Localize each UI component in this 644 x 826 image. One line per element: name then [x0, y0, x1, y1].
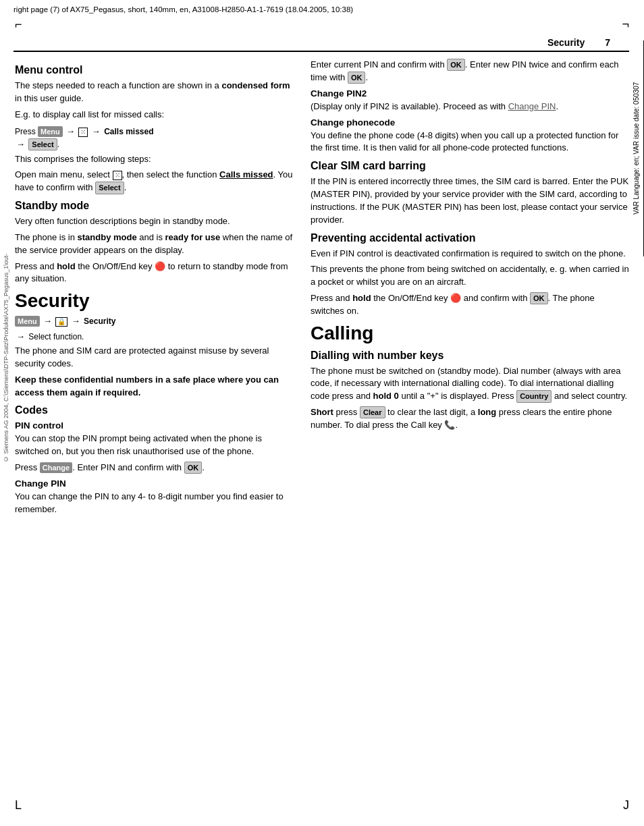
- page-number: 7: [605, 37, 610, 48]
- dialling-heading: Dialling with number keys: [311, 350, 629, 362]
- dialling-para1: The phone must be switched on (standby m…: [311, 365, 629, 404]
- menu-control-para2: E.g. to display call list for missed cal…: [15, 109, 298, 121]
- side-right-text: VAR Language: en; VAR issue date: 050307: [633, 82, 640, 215]
- change-key: Change: [40, 462, 72, 473]
- menu-control-para1: The steps needed to reach a function are…: [15, 80, 298, 105]
- top-corner-marks: ⌐ ¬: [0, 16, 644, 33]
- page-wrapper: right page (7) of AX75_Pegasus, short, 1…: [0, 0, 644, 826]
- change-pin-cont: Enter current PIN and confirm with OK. E…: [311, 59, 629, 84]
- change-pin2-para1: (Display only if PIN2 is available). Pro…: [311, 101, 629, 113]
- change-pin-para1: You can change the PIN to any 4- to 8-di…: [15, 491, 298, 516]
- bottom-marks: L J: [15, 798, 629, 813]
- change-phonecode-para1: You define the phone code (4-8 digits) w…: [311, 130, 629, 155]
- menu-key: Menu: [38, 126, 63, 137]
- menu-control-para3: This comprises the following steps:: [15, 153, 298, 166]
- dialling-para2: Short press Clear to clear the last digi…: [311, 406, 629, 432]
- side-vertical-right: VAR Language: en; VAR issue date: 050307: [629, 40, 644, 256]
- column-right: Enter current PIN and confirm with OK. E…: [311, 59, 629, 520]
- codes-heading: Codes: [15, 404, 298, 416]
- menu-control-nav: Press Menu → ⁙ → Calls missed → Select.: [15, 125, 298, 151]
- ok-key-pin: OK: [184, 462, 203, 474]
- clear-sim-heading: Clear SIM card barring: [311, 160, 629, 172]
- nav-grid-icon2: ⁙: [113, 171, 122, 180]
- preventing-heading: Preventing accidental activation: [311, 232, 629, 244]
- end-key-icon: 🔴: [155, 260, 165, 273]
- standby-para3: Press and hold the On/Off/End key 🔴 to r…: [15, 260, 298, 286]
- top-metadata: right page (7) of AX75_Pegasus, short, 1…: [0, 0, 644, 16]
- clear-sim-para1: If the PIN is entered incorrectly three …: [311, 175, 629, 226]
- security-heading: Security: [15, 291, 298, 312]
- standby-para2: The phone is in standby mode and is read…: [15, 231, 298, 257]
- bottom-left-mark: L: [15, 798, 22, 813]
- pin-control-para2: Press Change. Enter PIN and confirm with…: [15, 462, 298, 474]
- call-key-icon: 📞: [444, 420, 455, 430]
- pin-control-para1: You can stop the PIN prompt being activa…: [15, 433, 298, 458]
- copyright-text: © Siemens AG 2004, C:\Siemens\DTP-Satz\P…: [3, 253, 9, 462]
- preventing-para2: This prevents the phone from being switc…: [311, 263, 629, 289]
- country-key: Country: [516, 390, 552, 402]
- clear-key: Clear: [360, 406, 385, 418]
- pin-control-heading: PIN control: [15, 420, 298, 431]
- bottom-right-mark: J: [623, 798, 629, 813]
- change-pin2-heading: Change PIN2: [311, 88, 629, 99]
- select-key-nav: Select: [28, 138, 57, 150]
- security-nav: Menu → 🔒 → Security: [15, 314, 298, 328]
- ok-key-1: OK: [447, 59, 465, 71]
- security-nav-icon: 🔒: [55, 317, 68, 327]
- preventing-para1: Even if PIN control is deactivated confi…: [311, 248, 629, 260]
- header-title: Security: [547, 37, 585, 48]
- standby-mode-heading: Standby mode: [15, 200, 298, 212]
- security-para1: The phone and SIM card are protected aga…: [15, 345, 298, 370]
- nav-grid-icon: ⁙: [78, 128, 88, 137]
- top-right-mark: ¬: [622, 18, 629, 32]
- change-phonecode-heading: Change phonecode: [311, 117, 629, 128]
- page-header: Security 7: [14, 33, 630, 52]
- select-key-confirm: Select: [95, 182, 124, 194]
- menu-control-heading: Menu control: [15, 64, 298, 76]
- menu-key2: Menu: [15, 316, 40, 327]
- content-area: Menu control The steps needed to reach a…: [0, 52, 644, 526]
- security-warning: Keep these confidential numbers in a saf…: [15, 374, 298, 400]
- security-nav2: → Select function.: [15, 330, 298, 343]
- column-left: Menu control The steps needed to reach a…: [15, 59, 298, 520]
- menu-control-para4: Open main menu, select ⁙, then select th…: [15, 169, 298, 194]
- top-left-mark: ⌐: [15, 18, 22, 32]
- standby-para1: Very often function descriptions begin i…: [15, 215, 298, 228]
- ok-key-2: OK: [348, 72, 366, 84]
- change-pin-heading: Change PIN: [15, 478, 298, 489]
- meta-text: right page (7) of AX75_Pegasus, short, 1…: [14, 5, 353, 13]
- preventing-para3: Press and hold the On/Off/End key 🔴 and …: [311, 292, 629, 318]
- side-vertical-left: © Siemens AG 2004, C:\Siemens\DTP-Satz\P…: [0, 54, 12, 661]
- ok-key-prevent: OK: [530, 292, 548, 304]
- calling-heading: Calling: [311, 323, 629, 344]
- end-key-icon2: 🔴: [450, 292, 461, 305]
